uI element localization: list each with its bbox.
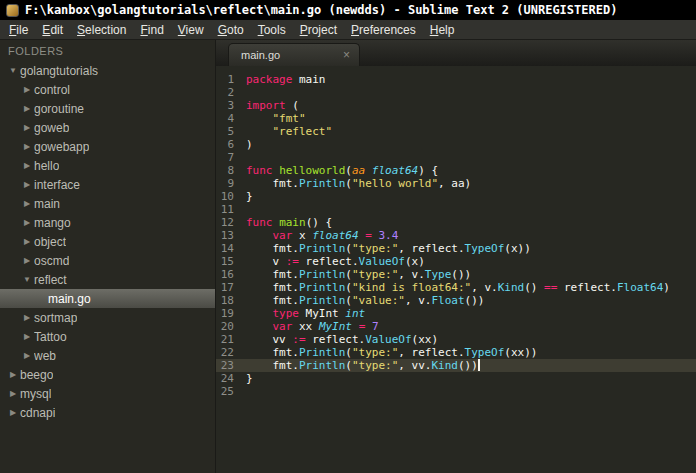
code-line[interactable]: 19 type MyInt int [216,307,696,320]
folder-tree: ▼golangtutorials▶control▶goroutine▶goweb… [0,61,215,473]
tree-item-label: hello [34,159,59,173]
editor-pane: main.go × 1package main23import (4 "fmt"… [215,40,696,473]
code-line[interactable]: 12func main() { [216,216,696,229]
code-text: import ( [246,99,299,112]
menu-file[interactable]: File [2,21,35,39]
tree-item-goroutine[interactable]: ▶goroutine [0,99,215,118]
chevron-right-icon[interactable]: ▶ [20,104,34,113]
chevron-right-icon[interactable]: ▶ [20,351,34,360]
code-line[interactable]: 1package main [216,73,696,86]
tab-main-go[interactable]: main.go × [228,43,360,66]
tree-item-mysql[interactable]: ▶mysql [0,384,215,403]
code-line[interactable]: 6) [216,138,696,151]
chevron-right-icon[interactable]: ▶ [6,370,20,379]
line-number: 24 [216,372,246,385]
chevron-right-icon[interactable]: ▶ [20,256,34,265]
tree-item-label: mysql [20,387,51,401]
text-cursor [478,359,480,371]
app-icon[interactable] [6,4,19,17]
code-line[interactable]: 4 "fmt" [216,112,696,125]
menu-find[interactable]: Find [133,21,170,39]
chevron-right-icon[interactable]: ▶ [20,85,34,94]
code-line[interactable]: 15 v := reflect.ValueOf(x) [216,255,696,268]
tree-item-label: Tattoo [34,330,67,344]
chevron-right-icon[interactable]: ▶ [20,218,34,227]
code-line[interactable]: 2 [216,86,696,99]
tree-item-label: object [34,235,66,249]
code-area[interactable]: 1package main23import (4 "fmt"5 "reflect… [216,66,696,473]
code-line[interactable]: 22 fmt.Println("type:", reflect.TypeOf(x… [216,346,696,359]
tree-item-hello[interactable]: ▶hello [0,156,215,175]
code-text: fmt.Println("hello world", aa) [246,177,471,190]
chevron-right-icon[interactable]: ▶ [6,408,20,417]
chevron-down-icon[interactable]: ▼ [6,66,20,75]
code-line[interactable]: 10} [216,190,696,203]
code-text: var xx MyInt = 7 [246,320,379,333]
code-text: fmt.Println("kind is float64:", v.Kind()… [246,281,670,294]
chevron-right-icon[interactable]: ▶ [20,313,34,322]
code-line[interactable]: 24} [216,372,696,385]
code-line[interactable]: 25 [216,385,696,398]
line-number: 16 [216,268,246,281]
tree-item-beego[interactable]: ▶beego [0,365,215,384]
menu-goto[interactable]: Goto [211,21,251,39]
code-line[interactable]: 11 [216,203,696,216]
menu-selection[interactable]: Selection [70,21,133,39]
line-number: 15 [216,255,246,268]
app-window: F:\kanbox\golangtutorials\reflect\main.g… [0,0,696,473]
code-line[interactable]: 13 var x float64 = 3.4 [216,229,696,242]
code-line[interactable]: 8func helloworld(aa float64) { [216,164,696,177]
menu-preferences[interactable]: Preferences [344,21,423,39]
menu-project[interactable]: Project [293,21,344,39]
code-line[interactable]: 7 [216,151,696,164]
code-line[interactable]: 16 fmt.Println("type:", v.Type()) [216,268,696,281]
chevron-right-icon[interactable]: ▶ [20,332,34,341]
chevron-right-icon[interactable]: ▶ [20,180,34,189]
chevron-right-icon[interactable]: ▶ [6,389,20,398]
menu-help[interactable]: Help [423,21,462,39]
chevron-right-icon[interactable]: ▶ [20,237,34,246]
menubar: FileEditSelectionFindViewGotoToolsProjec… [0,20,696,40]
tree-item-sortmap[interactable]: ▶sortmap [0,308,215,327]
code-text: "reflect" [246,125,332,138]
line-number: 20 [216,320,246,333]
tree-item-mango[interactable]: ▶mango [0,213,215,232]
tree-item-interface[interactable]: ▶interface [0,175,215,194]
line-number: 14 [216,242,246,255]
chevron-right-icon[interactable]: ▶ [20,199,34,208]
code-text: "fmt" [246,112,306,125]
tree-item-object[interactable]: ▶object [0,232,215,251]
tree-item-control[interactable]: ▶control [0,80,215,99]
code-line[interactable]: 17 fmt.Println("kind is float64:", v.Kin… [216,281,696,294]
code-line[interactable]: 9 fmt.Println("hello world", aa) [216,177,696,190]
tree-item-cdnapi[interactable]: ▶cdnapi [0,403,215,422]
tree-item-golangtutorials[interactable]: ▼golangtutorials [0,61,215,80]
tree-item-web[interactable]: ▶web [0,346,215,365]
tree-item-reflect[interactable]: ▼reflect [0,270,215,289]
menu-view[interactable]: View [171,21,211,39]
chevron-right-icon[interactable]: ▶ [20,161,34,170]
chevron-right-icon[interactable]: ▶ [20,142,34,151]
tree-item-gowebapp[interactable]: ▶gowebapp [0,137,215,156]
code-line[interactable]: 23 fmt.Println("type:", vv.Kind()) [216,359,696,372]
chevron-right-icon[interactable]: ▶ [20,123,34,132]
tree-item-goweb[interactable]: ▶goweb [0,118,215,137]
chevron-down-icon[interactable]: ▼ [20,275,34,284]
code-line[interactable]: 3import ( [216,99,696,112]
code-line[interactable]: 14 fmt.Println("type:", reflect.TypeOf(x… [216,242,696,255]
line-number: 9 [216,177,246,190]
menu-edit[interactable]: Edit [35,21,70,39]
code-line[interactable]: 18 fmt.Println("value:", v.Float()) [216,294,696,307]
code-text: ) [246,138,253,151]
close-icon[interactable]: × [343,48,350,62]
tree-item-main-go[interactable]: main.go [0,289,215,308]
tree-item-oscmd[interactable]: ▶oscmd [0,251,215,270]
tree-item-Tattoo[interactable]: ▶Tattoo [0,327,215,346]
code-line[interactable]: 5 "reflect" [216,125,696,138]
tree-item-main[interactable]: ▶main [0,194,215,213]
tree-item-label: web [34,349,56,363]
code-line[interactable]: 21 vv := reflect.ValueOf(xx) [216,333,696,346]
code-line[interactable]: 20 var xx MyInt = 7 [216,320,696,333]
code-text: type MyInt int [246,307,365,320]
menu-tools[interactable]: Tools [251,21,293,39]
